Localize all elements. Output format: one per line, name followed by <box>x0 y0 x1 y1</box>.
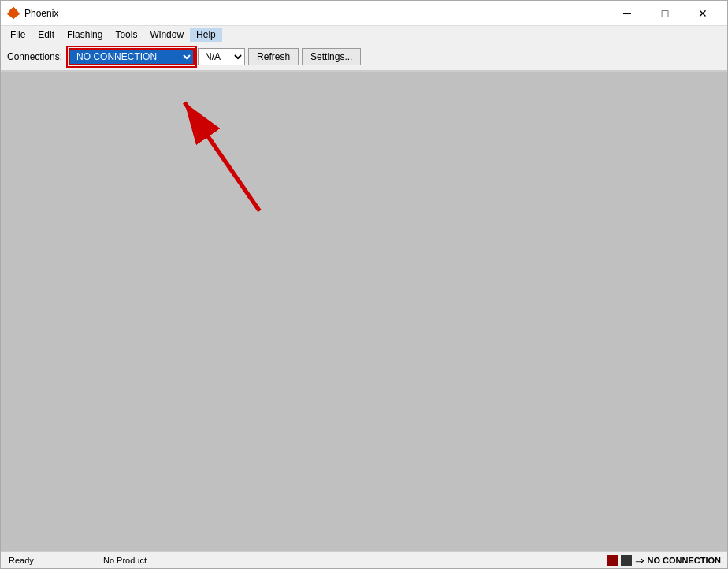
maximize-button[interactable]: □ <box>647 1 683 26</box>
main-content-area <box>1 72 727 551</box>
port-dropdown[interactable]: N/A <box>198 48 245 65</box>
menu-help[interactable]: Help <box>190 28 222 42</box>
connections-label: Connections: <box>7 51 62 62</box>
window-controls: ─ □ ✕ <box>609 1 721 26</box>
minimize-button[interactable]: ─ <box>609 1 645 26</box>
menu-file[interactable]: File <box>4 28 32 42</box>
toolbar: Connections: NO CONNECTION N/A Refresh S… <box>1 43 727 72</box>
status-connection-text: NO CONNECTION <box>648 556 722 565</box>
menu-flashing[interactable]: Flashing <box>61 28 109 42</box>
close-button[interactable]: ✕ <box>685 1 721 26</box>
status-icon-dark1 <box>621 555 632 566</box>
status-product: No Product <box>95 556 600 565</box>
titlebar: Phoenix ─ □ ✕ <box>1 1 727 26</box>
menu-tools[interactable]: Tools <box>109 28 143 42</box>
app-icon <box>7 7 20 20</box>
status-icon-arrow: ⇒ <box>635 554 644 567</box>
status-ready: Ready <box>1 556 95 565</box>
menu-window[interactable]: Window <box>143 28 190 42</box>
svg-line-1 <box>184 102 259 211</box>
window-title: Phoenix <box>24 8 609 19</box>
refresh-button[interactable]: Refresh <box>248 48 299 65</box>
annotation-arrow <box>1 72 727 551</box>
statusbar: Ready No Product ⇒ NO CONNECTION <box>1 551 727 568</box>
status-icon-red <box>607 555 618 566</box>
settings-button[interactable]: Settings... <box>302 48 361 65</box>
main-window: Phoenix ─ □ ✕ File Edit Flashing Tools W… <box>0 0 728 569</box>
menu-edit[interactable]: Edit <box>32 28 61 42</box>
menubar: File Edit Flashing Tools Window Help <box>1 26 727 43</box>
connections-dropdown[interactable]: NO CONNECTION <box>69 48 195 65</box>
status-icons: ⇒ NO CONNECTION <box>600 554 728 567</box>
